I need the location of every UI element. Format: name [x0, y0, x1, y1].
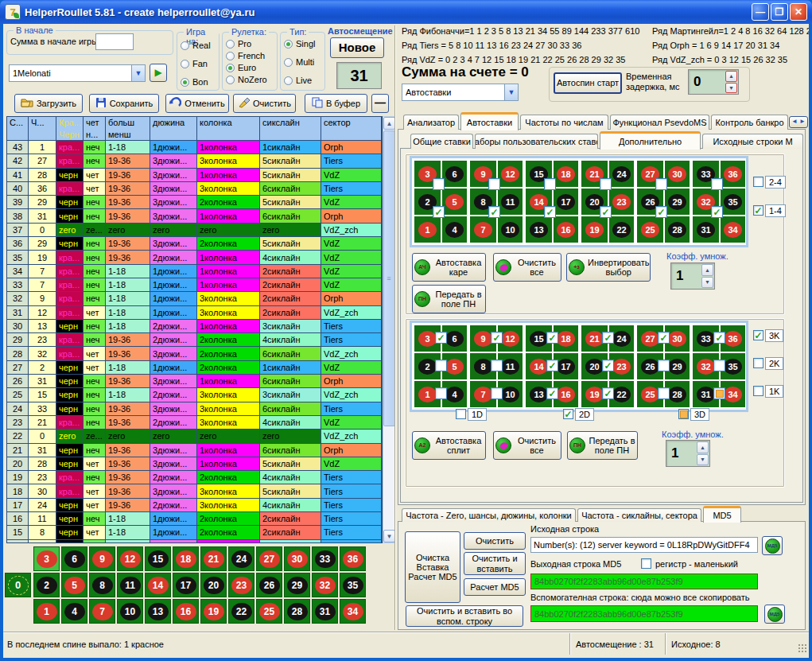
board-number-cell[interactable]: 1 — [33, 599, 60, 624]
column-header[interactable] — [260, 129, 321, 141]
send-to-pn-button[interactable]: ПНПередать в поле ПН — [567, 431, 638, 460]
board-number-cell[interactable]: 30 — [284, 546, 310, 571]
chevron-down-icon[interactable]: ▼ — [504, 84, 518, 100]
board-number-cell[interactable]: 17 — [173, 573, 199, 597]
tab-main-2[interactable]: Автоставки — [460, 112, 519, 130]
board-number-cell[interactable]: 2 — [33, 573, 60, 597]
toolbar-save-floppy-button[interactable]: Сохранить — [89, 94, 159, 113]
split-koef-spinner[interactable]: 1 ▲▼ — [666, 440, 710, 467]
clear-all-button[interactable]: Очистить все — [493, 431, 561, 460]
split-pair-checkbox[interactable] — [602, 387, 614, 399]
board-number-cell[interactable]: 27 — [256, 546, 282, 571]
board-number-cell[interactable]: 5 — [61, 573, 87, 597]
toolbar-copy-button[interactable]: В буфер — [305, 94, 367, 113]
board-number-cell[interactable]: 25 — [256, 599, 282, 624]
autospin-start-button[interactable]: Автоспин старт — [554, 72, 622, 94]
board-number-cell[interactable]: 31 — [312, 599, 338, 624]
kare-top-checkbox[interactable] — [655, 178, 667, 190]
split-pair-checkbox[interactable] — [435, 387, 447, 399]
column-header[interactable] — [197, 129, 260, 141]
split-pair-checkbox[interactable] — [658, 360, 670, 371]
split-pair-checkbox[interactable] — [435, 332, 447, 344]
autobet-split-button[interactable]: А2Автоставка сплит — [412, 431, 486, 460]
board-number-cell[interactable]: 23 — [228, 573, 254, 597]
tab-bottom-1[interactable]: Частота - Zero, шансы, дюжины, колонки — [402, 508, 576, 522]
delay-spinner[interactable]: 0 ▲▼ — [688, 69, 739, 95]
kare-top-checkbox[interactable] — [600, 178, 612, 190]
board-number-cell[interactable]: 15 — [145, 546, 171, 571]
column-header[interactable]: колонка — [197, 117, 260, 129]
radio-nozero[interactable]: NoZero — [226, 75, 267, 84]
toolbar-open-folder-button[interactable]: Загрузить — [14, 94, 83, 113]
chevron-down-icon[interactable]: ▼ — [131, 65, 145, 81]
dozen-2d-checkbox[interactable] — [563, 409, 573, 419]
kare-koef-spinner[interactable]: 1 ▲▼ — [670, 262, 715, 290]
board-zero-cell[interactable]: 0 — [5, 573, 31, 597]
toolbar-undo-button[interactable]: Отменить — [165, 94, 229, 113]
board-number-cell[interactable]: 10 — [117, 599, 143, 624]
split-pair-checkbox[interactable] — [658, 387, 670, 399]
column-header[interactable] — [321, 129, 382, 141]
split-pair-checkbox[interactable] — [435, 360, 447, 371]
split-pair-checkbox[interactable] — [546, 387, 558, 399]
start-sum-input[interactable] — [95, 33, 134, 50]
kare-bottom-checkbox[interactable] — [600, 206, 612, 218]
radio-multi[interactable]: Multi — [284, 57, 314, 67]
board-number-cell[interactable]: 13 — [145, 599, 171, 624]
tab-main-5[interactable]: Контроль банкро — [711, 115, 788, 130]
spin-up-icon[interactable]: ▲ — [697, 441, 709, 453]
title-bar[interactable]: 7 HelperRoullet 5.81 - create helperroul… — [0, 0, 812, 24]
invert-selection-button[interactable]: +зИнвертировать выбор — [566, 253, 651, 282]
radio-euro[interactable]: Euro — [226, 63, 256, 72]
column-header[interactable]: С... — [7, 117, 29, 129]
kare-top-checkbox[interactable] — [711, 178, 723, 190]
dozen-1d-checkbox[interactable] — [456, 409, 466, 419]
column-header[interactable]: Ч... — [29, 117, 56, 129]
md5-clear-paste-button[interactable]: Очистить и вставить — [464, 552, 526, 575]
bet-number-cell[interactable]: 19 — [581, 216, 608, 243]
bet-number-cell[interactable]: 22 — [608, 216, 634, 243]
md5-clear-aux-button[interactable]: Очистить и вставить во вспом. строку — [406, 605, 523, 627]
board-number-cell[interactable]: 11 — [117, 573, 143, 597]
board-number-cell[interactable]: 9 — [89, 546, 115, 571]
split-pair-checkbox[interactable] — [546, 360, 558, 371]
board-number-cell[interactable]: 8 — [89, 573, 115, 597]
tab-scroll-buttons[interactable]: ◄ ► — [789, 116, 808, 128]
column-header[interactable]: Кра... — [56, 117, 84, 129]
resize-grip[interactable] — [798, 644, 807, 653]
column-header[interactable]: чет — [84, 117, 106, 129]
bet-number-cell[interactable]: 4 — [441, 216, 467, 243]
board-number-cell[interactable]: 18 — [173, 546, 199, 571]
spin-down-icon[interactable]: ▼ — [697, 454, 709, 466]
scrollbar-thumb[interactable]: ≡ — [383, 130, 395, 426]
md5-source-input[interactable] — [530, 537, 758, 553]
split-pair-checkbox[interactable] — [713, 360, 725, 371]
kare-bottom-checkbox[interactable] — [488, 206, 500, 218]
md5-clear-button[interactable]: Очистить — [464, 532, 526, 550]
board-number-cell[interactable]: 20 — [200, 573, 227, 597]
bet-number-cell[interactable]: 7 — [470, 216, 496, 243]
kare-top-checkbox[interactable] — [544, 178, 556, 190]
md5-aux-run-button[interactable]: МД5 — [764, 605, 785, 624]
tab-sub-3[interactable]: Дополнительно — [600, 131, 701, 150]
spin-down-icon[interactable]: ▼ — [701, 277, 713, 289]
range-2-4-checkbox[interactable] — [753, 177, 763, 187]
board-number-cell[interactable]: 36 — [340, 546, 366, 571]
column-header[interactable] — [150, 129, 197, 141]
autobet-kare-button[interactable]: АЧАвтоставка каре — [412, 253, 486, 282]
radio-real[interactable]: Real — [181, 41, 211, 50]
tab-main-3[interactable]: Частоты по числам — [520, 115, 608, 130]
tab-bottom-2[interactable]: Частота - сиклайны, сектора — [577, 508, 701, 522]
range-1-4-checkbox[interactable] — [753, 205, 763, 216]
radio-live[interactable]: Live — [284, 76, 312, 85]
tab-sub-4[interactable]: Исходные строки М — [702, 134, 803, 149]
radio-fan[interactable]: Fan — [181, 59, 208, 68]
column-header[interactable]: больш — [106, 117, 150, 129]
board-number-cell[interactable]: 29 — [284, 573, 310, 597]
column-header[interactable] — [7, 129, 29, 141]
spin-down-icon[interactable]: ▼ — [725, 83, 737, 94]
split-pair-checkbox[interactable] — [602, 360, 614, 371]
spin-up-icon[interactable]: ▲ — [725, 71, 737, 82]
split-pair-checkbox[interactable] — [546, 332, 558, 344]
row-1k-checkbox[interactable] — [753, 386, 763, 396]
